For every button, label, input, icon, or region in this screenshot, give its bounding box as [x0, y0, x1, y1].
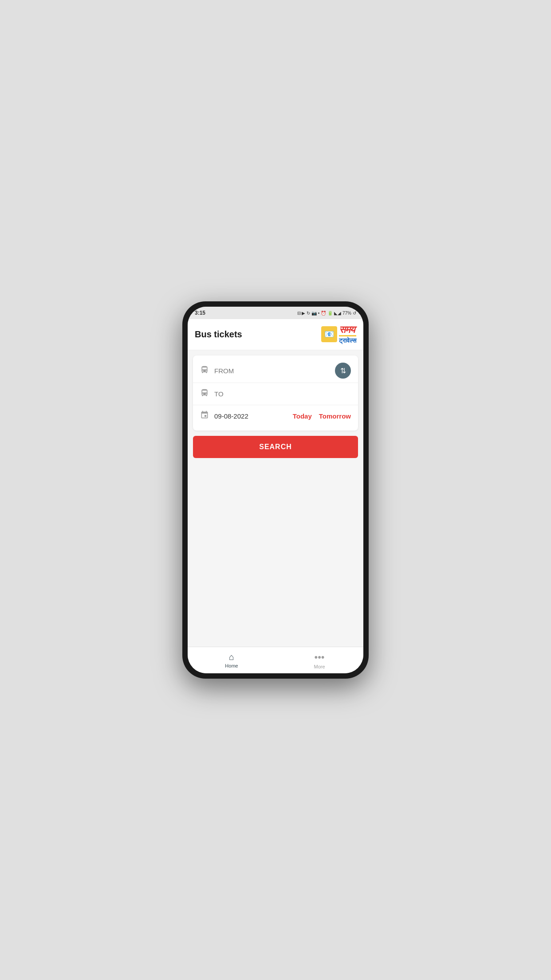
swap-icon: ⇅	[340, 367, 346, 375]
nav-home[interactable]: ⌂ Home	[188, 647, 276, 673]
to-field-row[interactable]	[193, 383, 358, 405]
app-title: Bus tickets	[195, 329, 242, 340]
from-field-row[interactable]: ⇅	[193, 359, 358, 383]
status-time: 3:15	[195, 310, 205, 316]
main-content: ⇅	[188, 350, 363, 647]
tomorrow-button[interactable]: Tomorrow	[319, 412, 351, 420]
brand-logo: 📧 समय ट्रावेल्स	[321, 324, 356, 344]
more-icon: •••	[314, 652, 324, 663]
calendar-icon	[200, 411, 209, 422]
signal-icons: ◣◢	[334, 311, 341, 316]
today-button[interactable]: Today	[293, 412, 312, 420]
bus-from-icon	[200, 365, 209, 376]
logo-travels-text: ट्रावेल्स	[339, 335, 356, 344]
swap-button[interactable]: ⇅	[335, 363, 351, 379]
bus-to-icon	[200, 388, 209, 399]
battery-percentage: 77%	[342, 311, 351, 316]
search-button[interactable]: SEARCH	[193, 436, 358, 458]
empty-content-area	[188, 463, 363, 647]
from-input[interactable]	[214, 367, 351, 375]
status-icons: ⊟ ▶ ↻ 📷 • ⏰ 🔋 ◣◢ 77% ↺	[297, 311, 356, 316]
date-row[interactable]: 09-08-2022 Today Tomorrow	[193, 405, 358, 427]
phone-device: 3:15 ⊟ ▶ ↻ 📷 • ⏰ 🔋 ◣◢ 77% ↺ Bus tickets …	[182, 301, 369, 679]
home-icon: ⌂	[229, 652, 234, 662]
status-bar: 3:15 ⊟ ▶ ↻ 📷 • ⏰ 🔋 ◣◢ 77% ↺	[188, 307, 363, 319]
phone-screen: 3:15 ⊟ ▶ ↻ 📷 • ⏰ 🔋 ◣◢ 77% ↺ Bus tickets …	[188, 307, 363, 673]
search-button-container: SEARCH	[193, 436, 358, 458]
date-value[interactable]: 09-08-2022	[214, 412, 293, 420]
logo-emoji: 📧	[324, 329, 334, 339]
system-icons: ⏰ 🔋	[321, 311, 333, 316]
notification-icons: ⊟ ▶ ↻ 📷 •	[297, 311, 320, 316]
search-card: ⇅	[193, 356, 358, 431]
logo-icon: 📧	[321, 326, 337, 342]
nav-more[interactable]: ••• More	[276, 647, 363, 673]
home-label: Home	[225, 663, 238, 668]
refresh-icon: ↺	[353, 311, 356, 316]
bottom-navigation: ⌂ Home ••• More	[188, 647, 363, 673]
date-shortcuts: Today Tomorrow	[293, 412, 351, 420]
app-header: Bus tickets 📧 समय ट्रावेल्स	[188, 319, 363, 350]
more-label: More	[314, 664, 325, 669]
to-input[interactable]	[214, 390, 351, 398]
logo-samay-text: समय	[339, 324, 356, 335]
